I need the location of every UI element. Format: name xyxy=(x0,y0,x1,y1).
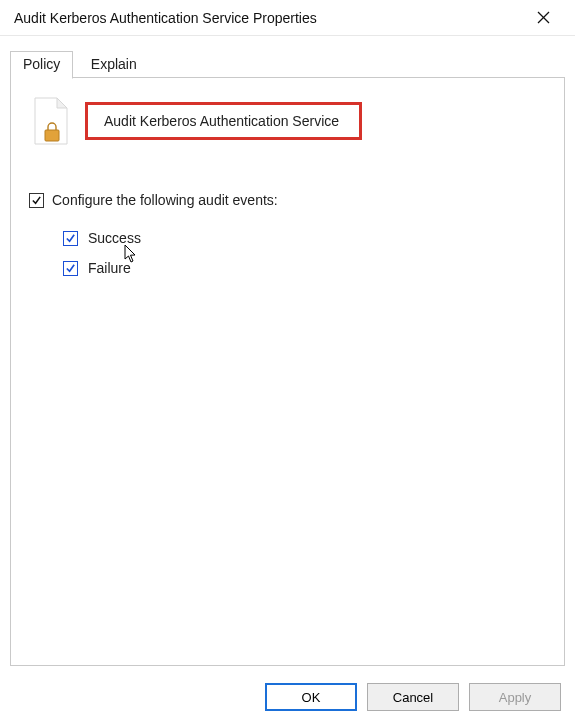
checkmark-icon xyxy=(65,233,76,244)
checkmark-icon xyxy=(31,195,42,206)
success-checkbox[interactable] xyxy=(63,231,78,246)
dialog-buttons: OK Cancel Apply xyxy=(265,683,561,711)
tab-policy[interactable]: Policy xyxy=(10,51,73,79)
checkmark-icon xyxy=(65,263,76,274)
titlebar: Audit Kerberos Authentication Service Pr… xyxy=(0,0,575,36)
failure-checkbox[interactable] xyxy=(63,261,78,276)
tab-panel-policy: Audit Kerberos Authentication Service Co… xyxy=(10,78,565,666)
properties-dialog: Audit Kerberos Authentication Service Pr… xyxy=(0,0,575,725)
policy-name-highlight: Audit Kerberos Authentication Service xyxy=(85,102,362,140)
tab-strip: Policy Explain xyxy=(10,50,565,78)
audit-options: Success Failure xyxy=(63,230,546,276)
failure-label: Failure xyxy=(88,260,131,276)
apply-button[interactable]: Apply xyxy=(469,683,561,711)
configure-label: Configure the following audit events: xyxy=(52,192,278,208)
ok-button[interactable]: OK xyxy=(265,683,357,711)
option-failure-row: Failure xyxy=(63,260,546,276)
window-title: Audit Kerberos Authentication Service Pr… xyxy=(14,10,317,26)
close-button[interactable] xyxy=(523,3,563,33)
tab-explain[interactable]: Explain xyxy=(78,51,150,79)
cancel-button[interactable]: Cancel xyxy=(367,683,459,711)
svg-rect-2 xyxy=(45,130,59,141)
close-icon xyxy=(537,11,550,24)
policy-header: Audit Kerberos Authentication Service xyxy=(29,96,546,146)
configure-checkbox[interactable] xyxy=(29,193,44,208)
success-label: Success xyxy=(88,230,141,246)
policy-document-icon xyxy=(29,96,71,146)
configure-row: Configure the following audit events: xyxy=(29,192,546,208)
option-success-row: Success xyxy=(63,230,546,246)
policy-name: Audit Kerberos Authentication Service xyxy=(104,113,339,129)
